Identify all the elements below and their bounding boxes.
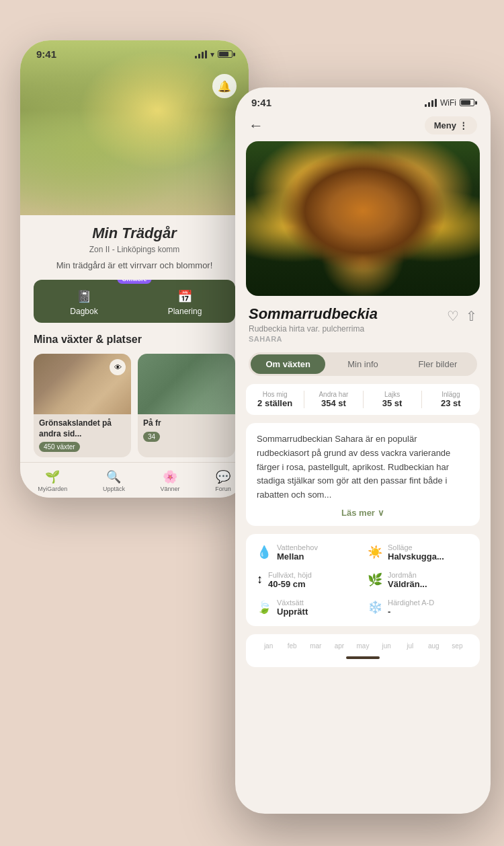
prop-vaxtsatt: 🍃 Växtsätt Upprätt <box>257 599 358 617</box>
properties-grid: 💧 Vattenbehov Mellan ☀️ Solläge Halvskug… <box>257 543 469 617</box>
battery-icon-back <box>218 50 233 58</box>
stat-andra-har: Andra har 354 st <box>304 391 363 408</box>
hero-image-back: 🔔 <box>20 40 249 215</box>
back-button[interactable]: ← <box>249 117 263 134</box>
nav-vanner[interactable]: 🌸 Vänner <box>161 469 180 492</box>
plant-main-name: Sommarrudbeckia <box>249 305 447 323</box>
search-icon: 🔍 <box>106 469 121 484</box>
prop-sollage: ☀️ Solläge Halvskugga... <box>368 543 469 562</box>
jordman-label: Jordmån <box>388 571 427 579</box>
garden-illustration <box>20 40 249 215</box>
status-icons-back: ▾ <box>195 50 233 59</box>
phone-front: 9:41 WiFi ← Meny ⋮ Sommarrudb <box>235 87 491 814</box>
bottom-nav-back: 🌱 MyiGarden 🔍 Upptäck 🌸 Vänner 💬 Forun <box>20 462 249 498</box>
stat-hos-mig: Hos mig 2 ställen <box>246 391 304 408</box>
plant-count-1: 450 växter <box>39 442 80 452</box>
garden-description: Min trädgård är ett virrvarr och blommor… <box>34 260 235 280</box>
oh-more-badge: Oh!More <box>118 280 152 284</box>
month-aug: aug <box>422 642 446 650</box>
plant-header: Sommarrudbeckia Rudbeckia hirta var. pul… <box>235 296 491 347</box>
battery-icon-front <box>460 99 474 106</box>
month-labels: jan feb mar apr may jun jul aug sep <box>257 642 469 650</box>
back-content: Min Trädgår Zon II - Linköpings komm Min… <box>20 215 249 468</box>
cold-icon: ❄️ <box>368 600 382 615</box>
fullvaxt-label: Fullväxt, höjd <box>268 571 312 579</box>
forum-icon: 💬 <box>216 469 230 484</box>
garden-title: Min Trädgår <box>34 215 235 242</box>
dagbok-button[interactable]: 📓 Dagbok <box>34 280 134 323</box>
nav-forum[interactable]: 💬 Forun <box>215 469 231 492</box>
inlagg-label: Inlägg <box>422 391 480 398</box>
fullvaxt-value: 40-59 cm <box>268 579 312 589</box>
time-front: 9:41 <box>251 97 271 108</box>
meny-label: Meny <box>434 120 456 130</box>
andra-har-value: 354 st <box>304 398 362 408</box>
stat-inlagg: Inlägg 23 st <box>422 391 480 408</box>
garden-subtitle: Zon II - Linköpings komm <box>34 242 235 260</box>
planering-icon: 📅 <box>177 289 192 304</box>
sollage-value: Halvskugga... <box>388 551 444 562</box>
vattenbehov-value: Mellan <box>277 551 318 562</box>
meny-dots-icon: ⋮ <box>459 120 468 130</box>
bell-button[interactable]: 🔔 <box>212 74 237 98</box>
friends-icon: 🌸 <box>163 469 177 484</box>
lajks-value: 35 st <box>364 398 421 408</box>
month-jan: jan <box>257 642 280 650</box>
month-may: may <box>351 642 374 650</box>
flower-illustration <box>246 141 480 296</box>
hos-mig-label: Hos mig <box>246 391 304 398</box>
soil-icon: 🌿 <box>368 572 382 587</box>
lajks-label: Lajks <box>364 391 421 398</box>
tab-om-vaxten[interactable]: Om växten <box>251 354 325 374</box>
wifi-icon-back: ▾ <box>210 50 214 59</box>
wifi-icon-front: WiFi <box>440 98 456 108</box>
forum-label: Forun <box>215 486 231 492</box>
prop-fullvaxt: ↕️ Fullväxt, höjd 40-59 cm <box>257 571 358 589</box>
nav-my-garden[interactable]: 🌱 MyiGarden <box>38 469 67 492</box>
read-more-label: Läs mer <box>341 508 375 518</box>
stat-lajks: Lajks 35 st <box>364 391 422 408</box>
nav-upptack[interactable]: 🔍 Upptäck <box>103 469 125 492</box>
sollage-label: Solläge <box>388 543 444 551</box>
read-more-button[interactable]: Läs mer ∨ <box>257 502 469 519</box>
plant-info-2: På fr 34 <box>138 414 235 447</box>
vaxtsatt-value: Upprätt <box>277 607 308 617</box>
plant-card-2[interactable]: På fr 34 <box>138 354 235 457</box>
sun-icon: ☀️ <box>368 545 382 560</box>
status-bar-front: 9:41 WiFi <box>235 87 491 114</box>
plant-card-1[interactable]: 👁 Grönsakslandet på andra sid... 450 väx… <box>34 354 131 457</box>
dagbok-label: Dagbok <box>70 307 97 316</box>
front-topbar: ← Meny ⋮ <box>235 114 491 141</box>
plant-image-2 <box>138 354 235 414</box>
signal-icon-back <box>195 50 207 59</box>
phone-back: 9:41 ▾ 🔔 Min Trädgår Zon II - Linköpings… <box>20 40 249 498</box>
month-apr: apr <box>327 642 351 650</box>
plant-image-1: 👁 <box>34 354 131 414</box>
plant-name-1: Grönsakslandet på andra sid... <box>39 418 126 439</box>
calendar-bar: jan feb mar apr may jun jul aug sep <box>246 634 480 667</box>
plant-info-1: Grönsakslandet på andra sid... 450 växte… <box>34 414 131 457</box>
water-icon: 💧 <box>257 545 271 560</box>
status-bar-back: 9:41 ▾ <box>20 40 249 64</box>
favorite-button[interactable]: ♡ <box>447 308 459 324</box>
month-jul: jul <box>398 642 422 650</box>
plants-section-title: Mina växter & platser <box>34 334 235 346</box>
my-garden-label: MyiGarden <box>38 486 67 492</box>
hardighet-label: Härdighet A-D <box>388 599 434 607</box>
prop-hardighet: ❄️ Härdighet A-D - <box>368 599 469 617</box>
signal-icon-front <box>425 99 437 107</box>
vaxtsatt-label: Växtsätt <box>277 599 308 607</box>
plant-latin-name: Rudbeckia hirta var. pulcherrima <box>249 324 447 334</box>
meny-button[interactable]: Meny ⋮ <box>425 116 477 134</box>
eye-icon-1: 👁 <box>110 359 126 375</box>
my-garden-icon: 🌱 <box>45 469 60 484</box>
share-button[interactable]: ⇧ <box>466 308 477 324</box>
dagbok-icon: 📓 <box>77 289 91 304</box>
planering-label: Planering <box>168 307 202 316</box>
plant-count-2: 34 <box>143 432 160 442</box>
tab-fler-bilder[interactable]: Fler bilder <box>401 354 475 374</box>
planering-button[interactable]: 📅 Planering <box>134 280 235 323</box>
chevron-down-icon: ∨ <box>378 508 384 518</box>
tab-min-info[interactable]: Min info <box>325 354 400 374</box>
plant-name-2: På fr <box>143 418 230 429</box>
